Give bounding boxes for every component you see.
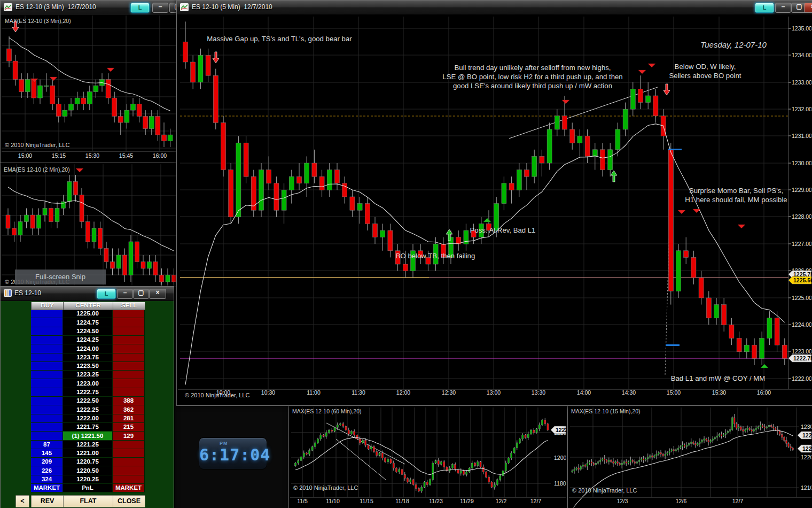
time-axis-label[interactable]: 12/7 xyxy=(530,498,542,504)
dom-sell-cell[interactable] xyxy=(113,441,145,449)
dom-sell-cell[interactable] xyxy=(113,353,145,362)
dom-sell-cell[interactable] xyxy=(113,475,145,484)
chart-2min-candles[interactable] xyxy=(2,164,176,286)
minimize-button-5min[interactable]: – xyxy=(775,3,791,13)
dom-sell-cell[interactable] xyxy=(113,336,145,344)
dom-price-cell[interactable]: 1221.25 xyxy=(63,441,113,449)
time-axis-label[interactable]: 11/29 xyxy=(460,498,474,504)
price-axis-label[interactable]: 1228.00 xyxy=(792,213,811,220)
price-axis-label[interactable]: 1234.00 xyxy=(792,52,811,58)
time-axis-label[interactable]: 12:30 xyxy=(442,389,456,396)
dom-buy-cell[interactable] xyxy=(31,388,63,397)
price-axis-label[interactable]: 1224.00 xyxy=(792,321,811,328)
time-axis-label[interactable]: 12/6 xyxy=(676,498,687,504)
price-axis-label[interactable]: 1210.00 xyxy=(801,484,811,491)
price-axis-label[interactable]: 1223.00 xyxy=(792,348,811,355)
dom-price-cell[interactable]: 1224.25 xyxy=(63,336,113,344)
time-axis-label[interactable]: 12/3 xyxy=(617,498,628,504)
dom-sell-cell[interactable]: 388 xyxy=(113,397,145,405)
time-axis-label[interactable]: 15:15 xyxy=(52,152,66,159)
dom-buy-cell[interactable]: 324 xyxy=(31,475,63,484)
time-axis-label[interactable]: 10:30 xyxy=(261,389,275,396)
dom-buy-cell[interactable] xyxy=(31,405,63,414)
dom-price-cell[interactable]: (1) 1221.50 xyxy=(63,432,113,441)
minimize-button-3min[interactable]: – xyxy=(152,3,168,13)
dom-sell-cell[interactable]: 129 xyxy=(113,432,145,441)
dom-sell-cell[interactable] xyxy=(113,362,145,371)
dom-price-cell[interactable]: 1221.00 xyxy=(63,449,113,458)
dom-sell-cell[interactable]: 281 xyxy=(113,414,145,423)
time-axis-label[interactable]: 11/10 xyxy=(326,498,340,504)
link-button-5min[interactable]: L xyxy=(755,3,774,13)
price-axis-label[interactable]: 1233.00 xyxy=(792,79,811,86)
titlebar-3min[interactable]: ES 12-10 (3 Min) 12/7/2010 L – ▢ xyxy=(1,1,177,16)
close-button-5min[interactable]: × xyxy=(804,3,812,13)
dom-pnl-cell[interactable]: PnL xyxy=(63,484,113,492)
time-axis-label[interactable]: 13:30 xyxy=(532,389,545,396)
time-axis-label[interactable]: 15:00 xyxy=(18,152,32,159)
time-axis-label[interactable]: 15:30 xyxy=(712,389,726,396)
dom-close-position-button[interactable]: CLOSE xyxy=(113,495,145,507)
dom-flat-button[interactable]: FLAT xyxy=(63,495,113,507)
time-axis-label[interactable]: 15:00 xyxy=(667,389,681,396)
link-button-dom[interactable]: L xyxy=(97,289,116,299)
dom-sell-cell[interactable]: 215 xyxy=(113,423,145,432)
time-axis-label[interactable]: 12/7 xyxy=(732,498,744,504)
price-axis-label[interactable]: 1235.00 xyxy=(792,25,811,32)
dom-sell-cell[interactable]: 362 xyxy=(113,405,145,414)
dom-price-cell[interactable]: 1224.50 xyxy=(63,327,113,336)
dom-reverse-button[interactable]: REV xyxy=(31,495,64,507)
dom-buy-cell[interactable] xyxy=(31,414,63,423)
dom-sell-cell[interactable] xyxy=(113,318,145,327)
close-button-dom[interactable]: × xyxy=(149,289,166,299)
dom-sell-cell[interactable] xyxy=(113,449,145,458)
dom-back-button[interactable]: < xyxy=(15,495,29,507)
dom-price-cell[interactable]: 1222.50 xyxy=(63,397,113,405)
dom-buy-cell[interactable] xyxy=(31,344,63,353)
dom-buy-cell[interactable]: 87 xyxy=(31,441,63,449)
time-axis-label[interactable]: 15:45 xyxy=(119,152,133,159)
link-button-3min[interactable]: L xyxy=(130,3,150,13)
price-axis-label[interactable]: 1229.00 xyxy=(792,187,811,193)
time-axis-label[interactable]: 12/2 xyxy=(496,498,507,504)
dom-price-cell[interactable]: 1221.75 xyxy=(63,423,113,432)
dom-buy-cell[interactable]: 209 xyxy=(31,458,63,466)
dom-buy-cell[interactable] xyxy=(31,423,63,432)
time-axis-label[interactable]: 11/5 xyxy=(297,498,308,504)
dom-buy-cell[interactable] xyxy=(31,310,63,318)
time-axis-label[interactable]: 11/15 xyxy=(360,498,373,504)
dom-buy-cell[interactable]: 145 xyxy=(31,449,63,458)
time-axis-label[interactable]: 13:00 xyxy=(487,389,501,396)
dom-price-cell[interactable]: 1222.75 xyxy=(63,388,113,397)
time-axis-label[interactable]: 11/18 xyxy=(395,498,409,504)
price-axis-label[interactable]: 1231.00 xyxy=(792,133,811,139)
titlebar-5min[interactable]: ES 12-10 (5 Min) 12/7/2010 L – ▢ × xyxy=(177,1,812,15)
price-axis-label[interactable]: 1180 xyxy=(554,480,566,487)
dom-price-cell[interactable]: 1223.75 xyxy=(63,353,113,362)
dom-price-cell[interactable]: 1222.00 xyxy=(63,414,113,423)
maximize-button-dom[interactable]: ▢ xyxy=(133,289,149,299)
price-axis-label[interactable]: 1232.00 xyxy=(792,106,811,112)
dom-price-cell[interactable]: 1223.50 xyxy=(63,362,113,371)
chart-5min-candles[interactable]: 1235.001234.001233.001232.001231.001230.… xyxy=(178,14,811,404)
dom-sell-cell[interactable] xyxy=(113,371,145,379)
dom-sell-cell[interactable] xyxy=(113,327,145,336)
dom-buy-cell[interactable]: 226 xyxy=(31,466,63,475)
price-axis-label[interactable]: 1200 xyxy=(554,455,566,461)
dom-price-cell[interactable]: 1220.50 xyxy=(63,466,113,475)
titlebar-dom[interactable]: ES 12-10 L – ▢ × xyxy=(1,287,174,301)
dom-price-cell[interactable]: 1224.75 xyxy=(63,318,113,327)
dom-price-cell[interactable]: 1225.00 xyxy=(63,310,113,318)
dom-price-cell[interactable]: 1224.00 xyxy=(63,344,113,353)
dom-sell-market-cell[interactable]: MARKET xyxy=(113,484,145,492)
price-axis-label[interactable]: 1230.00 xyxy=(801,424,811,430)
dom-buy-cell[interactable] xyxy=(31,353,63,362)
price-axis-label[interactable]: 1220.00 xyxy=(801,454,811,460)
dom-price-cell[interactable]: 1220.25 xyxy=(63,475,113,484)
chart-60min-candles[interactable]: 12201200118011/511/1011/1511/1811/2311/2… xyxy=(290,406,566,507)
dom-price-cell[interactable]: 1222.25 xyxy=(63,405,113,414)
price-axis-label[interactable]: 1225.00 xyxy=(792,295,811,301)
price-axis-label[interactable]: 1222.00 xyxy=(792,375,811,382)
minimize-button-dom[interactable]: – xyxy=(117,289,133,299)
dom-sell-cell[interactable] xyxy=(113,344,145,353)
